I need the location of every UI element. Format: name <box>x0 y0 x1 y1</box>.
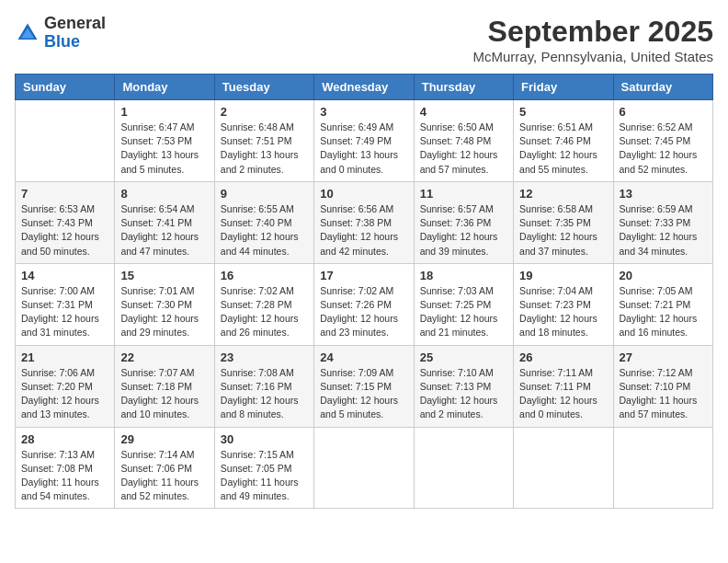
day-info: Sunrise: 7:09 AM Sunset: 7:15 PM Dayligh… <box>320 366 407 422</box>
calendar-cell: 22Sunrise: 7:07 AM Sunset: 7:18 PM Dayli… <box>115 345 214 427</box>
calendar-cell: 24Sunrise: 7:09 AM Sunset: 7:15 PM Dayli… <box>314 345 414 427</box>
weekday-header: Sunday <box>16 75 115 100</box>
day-info: Sunrise: 7:11 AM Sunset: 7:11 PM Dayligh… <box>519 366 607 422</box>
title-block: September 2025 McMurray, Pennsylvania, U… <box>473 15 714 64</box>
location: McMurray, Pennsylvania, United States <box>473 49 714 64</box>
day-info: Sunrise: 6:48 AM Sunset: 7:51 PM Dayligh… <box>221 121 308 177</box>
calendar-cell: 10Sunrise: 6:56 AM Sunset: 7:38 PM Dayli… <box>314 181 414 263</box>
calendar-week-row: 7Sunrise: 6:53 AM Sunset: 7:43 PM Daylig… <box>16 181 713 263</box>
logo-text: General Blue <box>44 15 106 52</box>
day-number: 2 <box>221 105 308 119</box>
calendar-cell: 9Sunrise: 6:55 AM Sunset: 7:40 PM Daylig… <box>214 181 313 263</box>
calendar-cell: 29Sunrise: 7:14 AM Sunset: 7:06 PM Dayli… <box>115 427 214 509</box>
calendar-cell: 13Sunrise: 6:59 AM Sunset: 7:33 PM Dayli… <box>613 181 712 263</box>
calendar-cell: 28Sunrise: 7:13 AM Sunset: 7:08 PM Dayli… <box>16 427 115 509</box>
day-number: 1 <box>120 105 208 119</box>
calendar-cell <box>314 427 414 509</box>
calendar-cell: 17Sunrise: 7:02 AM Sunset: 7:26 PM Dayli… <box>314 263 414 345</box>
calendar-header-row: SundayMondayTuesdayWednesdayThursdayFrid… <box>16 75 713 100</box>
day-number: 12 <box>519 187 607 201</box>
calendar-table: SundayMondayTuesdayWednesdayThursdayFrid… <box>15 74 713 509</box>
calendar-cell: 15Sunrise: 7:01 AM Sunset: 7:30 PM Dayli… <box>115 263 214 345</box>
calendar-week-row: 28Sunrise: 7:13 AM Sunset: 7:08 PM Dayli… <box>16 427 713 509</box>
logo: General Blue <box>15 15 106 52</box>
day-info: Sunrise: 6:55 AM Sunset: 7:40 PM Dayligh… <box>221 202 308 259</box>
day-info: Sunrise: 7:14 AM Sunset: 7:06 PM Dayligh… <box>120 448 208 504</box>
day-number: 19 <box>519 269 607 282</box>
day-info: Sunrise: 6:50 AM Sunset: 7:48 PM Dayligh… <box>420 121 507 177</box>
calendar-cell: 7Sunrise: 6:53 AM Sunset: 7:43 PM Daylig… <box>16 181 115 263</box>
day-info: Sunrise: 7:02 AM Sunset: 7:26 PM Dayligh… <box>320 284 407 340</box>
day-info: Sunrise: 6:53 AM Sunset: 7:43 PM Dayligh… <box>21 202 108 259</box>
day-info: Sunrise: 6:54 AM Sunset: 7:41 PM Dayligh… <box>120 202 208 259</box>
day-number: 24 <box>320 350 407 364</box>
calendar-cell: 3Sunrise: 6:49 AM Sunset: 7:49 PM Daylig… <box>314 100 414 182</box>
day-info: Sunrise: 6:57 AM Sunset: 7:36 PM Dayligh… <box>420 202 507 259</box>
calendar-cell: 12Sunrise: 6:58 AM Sunset: 7:35 PM Dayli… <box>514 181 613 263</box>
calendar-week-row: 21Sunrise: 7:06 AM Sunset: 7:20 PM Dayli… <box>16 345 713 427</box>
day-info: Sunrise: 7:07 AM Sunset: 7:18 PM Dayligh… <box>120 366 208 422</box>
day-number: 20 <box>620 269 707 282</box>
day-info: Sunrise: 7:15 AM Sunset: 7:05 PM Dayligh… <box>221 448 308 504</box>
day-info: Sunrise: 6:51 AM Sunset: 7:46 PM Dayligh… <box>519 121 607 177</box>
calendar-cell: 21Sunrise: 7:06 AM Sunset: 7:20 PM Dayli… <box>16 345 115 427</box>
day-number: 8 <box>120 187 208 201</box>
day-number: 17 <box>320 269 407 282</box>
month-title: September 2025 <box>473 15 714 49</box>
weekday-header: Wednesday <box>314 75 414 100</box>
day-number: 14 <box>21 269 108 282</box>
day-number: 21 <box>21 350 108 364</box>
weekday-header: Tuesday <box>214 75 313 100</box>
day-info: Sunrise: 6:56 AM Sunset: 7:38 PM Dayligh… <box>320 202 407 259</box>
calendar-cell: 6Sunrise: 6:52 AM Sunset: 7:45 PM Daylig… <box>613 100 712 182</box>
day-info: Sunrise: 6:47 AM Sunset: 7:53 PM Dayligh… <box>120 121 208 177</box>
day-info: Sunrise: 7:05 AM Sunset: 7:21 PM Dayligh… <box>620 284 707 340</box>
page-header: General Blue September 2025 McMurray, Pe… <box>15 15 713 64</box>
weekday-header: Monday <box>115 75 214 100</box>
calendar-cell <box>613 427 712 509</box>
day-info: Sunrise: 7:00 AM Sunset: 7:31 PM Dayligh… <box>21 284 108 340</box>
day-info: Sunrise: 7:04 AM Sunset: 7:23 PM Dayligh… <box>519 284 607 340</box>
calendar-cell: 25Sunrise: 7:10 AM Sunset: 7:13 PM Dayli… <box>414 345 513 427</box>
day-number: 10 <box>320 187 407 201</box>
logo-icon <box>15 20 40 46</box>
day-info: Sunrise: 7:02 AM Sunset: 7:28 PM Dayligh… <box>221 284 308 340</box>
calendar-cell: 16Sunrise: 7:02 AM Sunset: 7:28 PM Dayli… <box>214 263 313 345</box>
calendar-cell: 19Sunrise: 7:04 AM Sunset: 7:23 PM Dayli… <box>514 263 613 345</box>
day-number: 13 <box>620 187 707 201</box>
day-number: 25 <box>420 350 507 364</box>
day-number: 26 <box>519 350 607 364</box>
day-info: Sunrise: 6:52 AM Sunset: 7:45 PM Dayligh… <box>620 121 707 177</box>
day-number: 5 <box>519 105 607 119</box>
day-info: Sunrise: 6:49 AM Sunset: 7:49 PM Dayligh… <box>320 121 407 177</box>
calendar-week-row: 14Sunrise: 7:00 AM Sunset: 7:31 PM Dayli… <box>16 263 713 345</box>
day-number: 3 <box>320 105 407 119</box>
day-info: Sunrise: 7:06 AM Sunset: 7:20 PM Dayligh… <box>21 366 108 422</box>
day-info: Sunrise: 6:59 AM Sunset: 7:33 PM Dayligh… <box>620 202 707 259</box>
calendar-cell: 30Sunrise: 7:15 AM Sunset: 7:05 PM Dayli… <box>214 427 313 509</box>
day-info: Sunrise: 7:01 AM Sunset: 7:30 PM Dayligh… <box>120 284 208 340</box>
day-number: 4 <box>420 105 507 119</box>
day-info: Sunrise: 7:10 AM Sunset: 7:13 PM Dayligh… <box>420 366 507 422</box>
calendar-cell: 1Sunrise: 6:47 AM Sunset: 7:53 PM Daylig… <box>115 100 214 182</box>
calendar-cell: 2Sunrise: 6:48 AM Sunset: 7:51 PM Daylig… <box>214 100 313 182</box>
calendar-cell <box>514 427 613 509</box>
day-info: Sunrise: 7:13 AM Sunset: 7:08 PM Dayligh… <box>21 448 108 504</box>
calendar-cell: 11Sunrise: 6:57 AM Sunset: 7:36 PM Dayli… <box>414 181 513 263</box>
day-number: 16 <box>221 269 308 282</box>
calendar-week-row: 1Sunrise: 6:47 AM Sunset: 7:53 PM Daylig… <box>16 100 713 182</box>
weekday-header: Friday <box>514 75 613 100</box>
day-info: Sunrise: 7:03 AM Sunset: 7:25 PM Dayligh… <box>420 284 507 340</box>
calendar-cell: 18Sunrise: 7:03 AM Sunset: 7:25 PM Dayli… <box>414 263 513 345</box>
calendar-cell: 23Sunrise: 7:08 AM Sunset: 7:16 PM Dayli… <box>214 345 313 427</box>
weekday-header: Thursday <box>414 75 513 100</box>
day-number: 9 <box>221 187 308 201</box>
day-info: Sunrise: 7:08 AM Sunset: 7:16 PM Dayligh… <box>221 366 308 422</box>
day-number: 7 <box>21 187 108 201</box>
day-number: 18 <box>420 269 507 282</box>
day-number: 11 <box>420 187 507 201</box>
day-number: 6 <box>620 105 707 119</box>
day-info: Sunrise: 7:12 AM Sunset: 7:10 PM Dayligh… <box>620 366 707 422</box>
day-number: 27 <box>620 350 707 364</box>
weekday-header: Saturday <box>613 75 712 100</box>
